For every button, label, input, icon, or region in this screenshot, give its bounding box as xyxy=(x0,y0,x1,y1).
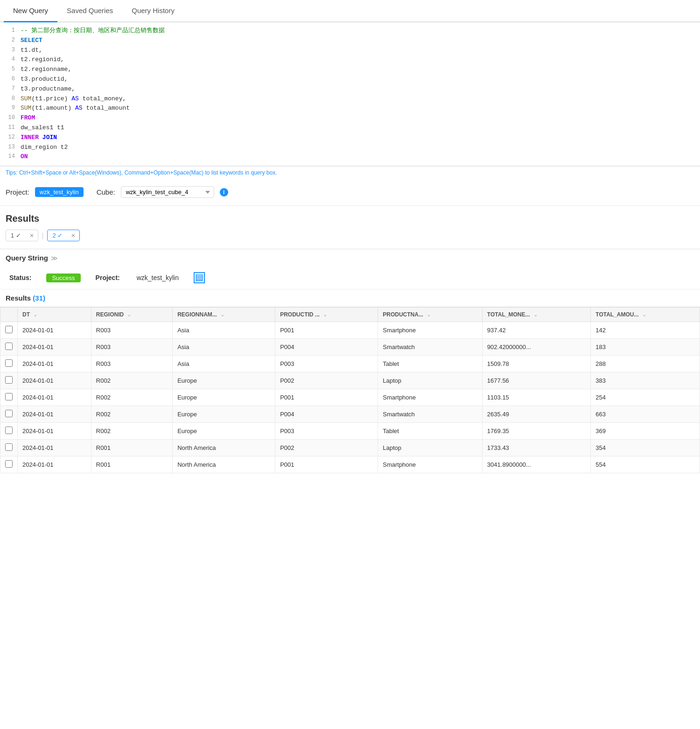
line-content: t2.regionid, xyxy=(21,55,64,65)
table-row: 2024-01-01R003AsiaP003Tablet1509.78288 xyxy=(0,356,700,372)
cell-total_money: 2635.49 xyxy=(482,406,590,423)
row-checkbox[interactable] xyxy=(5,326,13,333)
row-checkbox[interactable] xyxy=(5,393,13,400)
cell-productname: Laptop xyxy=(378,440,483,456)
code-line-10: 10FROM xyxy=(0,113,700,123)
cell-regionid: R003 xyxy=(91,356,172,372)
line-number: 3 xyxy=(4,46,21,56)
cell-productname: Smartphone xyxy=(378,456,483,473)
code-line-13: 13 dim_region t2 xyxy=(0,143,700,153)
th-regionid[interactable]: REGIONID ⌄ xyxy=(91,308,172,322)
th-productname[interactable]: PRODUCTNA... ⌄ xyxy=(378,308,483,322)
editor-area[interactable]: 1-- 第二部分查询：按日期、地区和产品汇总销售数据2SELECT3 t1.dt… xyxy=(0,22,700,166)
tab-saved-queries[interactable]: Saved Queries xyxy=(57,0,122,22)
line-content: t3.productid, xyxy=(21,75,68,84)
line-content: FROM xyxy=(21,113,35,123)
table-view-icon[interactable] xyxy=(194,272,205,283)
row-checkbox[interactable] xyxy=(5,427,13,434)
tab-query-history[interactable]: Query History xyxy=(122,0,184,22)
cell-productid: P001 xyxy=(275,456,378,473)
line-number: 11 xyxy=(4,123,21,133)
cell-productid: P004 xyxy=(275,339,378,356)
row-checkbox[interactable] xyxy=(5,376,13,384)
th-total_amount[interactable]: TOTAL_AMOU... ⌄ xyxy=(591,308,700,322)
project-info-val: wzk_test_kylin xyxy=(137,274,179,281)
code-line-8: 8 SUM(t1.price) AS total_money, xyxy=(0,94,700,104)
cell-dt: 2024-01-01 xyxy=(18,339,91,356)
project-bar: Project: wzk_test_kylin Cube: wzk_kylin_… xyxy=(0,179,700,206)
line-number: 14 xyxy=(4,152,21,162)
line-number: 6 xyxy=(4,75,21,84)
th-productid[interactable]: PRODUCTID ... ⌄ xyxy=(275,308,378,322)
cell-regionname: Asia xyxy=(173,356,275,372)
table-row: 2024-01-01R002EuropeP004Smartwatch2635.4… xyxy=(0,406,700,423)
query-string-label: Query String xyxy=(6,254,48,262)
cell-total_money: 1733.43 xyxy=(482,440,590,456)
result-tab-close[interactable]: ✕ xyxy=(26,231,38,241)
cell-total_money: 902.42000000... xyxy=(482,339,590,356)
table-row: 2024-01-01R003AsiaP001Smartphone937.4214… xyxy=(0,322,700,339)
cell-productid: P001 xyxy=(275,389,378,406)
line-number: 1 xyxy=(4,26,21,36)
info-icon[interactable]: i xyxy=(220,188,228,196)
tabs-bar: New QuerySaved QueriesQuery History xyxy=(0,0,700,22)
cell-total_amount: 183 xyxy=(591,339,700,356)
cell-regionid: R002 xyxy=(91,389,172,406)
row-checkbox[interactable] xyxy=(5,443,13,451)
cell-regionname: Europe xyxy=(173,372,275,389)
cell-total_amount: 369 xyxy=(591,423,700,440)
cell-regionname: North America xyxy=(173,456,275,473)
line-number: 2 xyxy=(4,36,21,46)
cube-select[interactable]: wzk_kylin_test_cube_4 xyxy=(121,186,214,198)
line-number: 13 xyxy=(4,143,21,153)
row-checkbox[interactable] xyxy=(5,410,13,417)
result-tab-close[interactable]: ✕ xyxy=(67,231,79,241)
line-content: dim_region t2 xyxy=(21,143,68,153)
line-content: SUM(t1.price) AS total_money, xyxy=(21,94,126,104)
svg-rect-1 xyxy=(196,276,203,278)
sort-icon: ⌄ xyxy=(427,312,431,317)
sort-icon: ⌄ xyxy=(127,312,131,317)
result-tabs-bar: 1 ✓✕|2 ✓✕ xyxy=(6,230,694,241)
line-number: 7 xyxy=(4,84,21,94)
cell-regionid: R003 xyxy=(91,339,172,356)
project-badge: wzk_test_kylin xyxy=(35,187,84,197)
row-checkbox[interactable] xyxy=(5,460,13,468)
cell-total_money: 3041.8900000... xyxy=(482,456,590,473)
code-line-9: 9 SUM(t1.amount) AS total_amount xyxy=(0,104,700,113)
query-string-bar[interactable]: Query String ≫ xyxy=(0,249,700,266)
result-tab-1[interactable]: 1 ✓✕ xyxy=(6,230,38,241)
cell-dt: 2024-01-01 xyxy=(18,356,91,372)
cell-total_amount: 554 xyxy=(591,456,700,473)
th-total_money[interactable]: TOTAL_MONE... ⌄ xyxy=(482,308,590,322)
cell-regionid: R003 xyxy=(91,322,172,339)
cell-regionid: R002 xyxy=(91,423,172,440)
line-number: 10 xyxy=(4,113,21,123)
code-line-12: 12INNER JOIN xyxy=(0,133,700,143)
line-content: -- 第二部分查询：按日期、地区和产品汇总销售数据 xyxy=(21,26,165,36)
row-checkbox[interactable] xyxy=(5,359,13,367)
row-checkbox[interactable] xyxy=(5,343,13,350)
line-content: INNER JOIN xyxy=(21,133,57,143)
cell-productid: P002 xyxy=(275,372,378,389)
line-content: ON xyxy=(21,152,28,162)
cell-productname: Smartwatch xyxy=(378,339,483,356)
cell-dt: 2024-01-01 xyxy=(18,406,91,423)
th-regionname[interactable]: REGIONNAM... ⌄ xyxy=(173,308,275,322)
cell-regionid: R001 xyxy=(91,440,172,456)
cell-regionname: Europe xyxy=(173,423,275,440)
cell-total_amount: 142 xyxy=(591,322,700,339)
svg-rect-0 xyxy=(196,274,203,276)
th-dt[interactable]: DT ⌄ xyxy=(18,308,91,322)
svg-rect-3 xyxy=(196,280,203,281)
project-info-label: Project: xyxy=(96,274,120,281)
table-row: 2024-01-01R003AsiaP004Smartwatch902.4200… xyxy=(0,339,700,356)
tab-new-query[interactable]: New Query xyxy=(4,0,57,22)
table-row: 2024-01-01R002EuropeP003Tablet1769.35369 xyxy=(0,423,700,440)
code-line-7: 7 t3.productname, xyxy=(0,84,700,94)
data-table-wrapper: DT ⌄REGIONID ⌄REGIONNAM... ⌄PRODUCTID ..… xyxy=(0,307,700,473)
result-tab-2[interactable]: 2 ✓✕ xyxy=(47,230,80,241)
table-row: 2024-01-01R001North AmericaP001Smartphon… xyxy=(0,456,700,473)
sort-icon: ⌄ xyxy=(323,312,327,317)
line-content: t3.productname, xyxy=(21,84,75,94)
